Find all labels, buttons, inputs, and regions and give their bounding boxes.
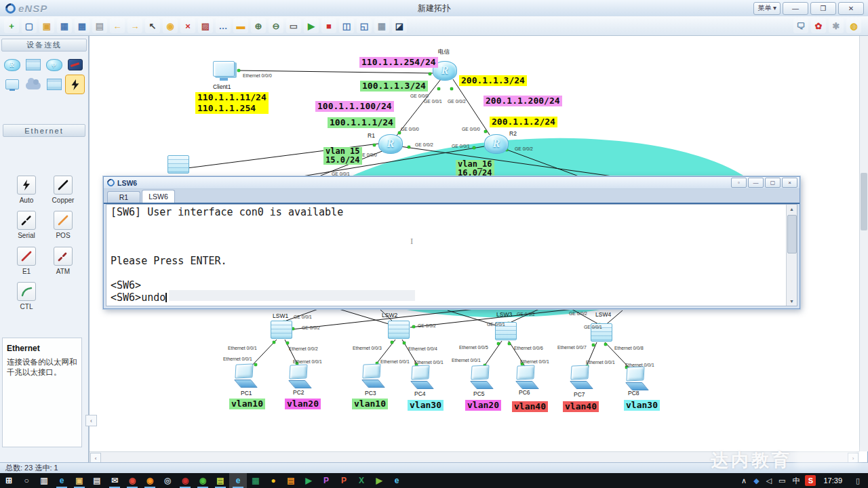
taskbar-firefox-icon[interactable]: ◉ [141,473,159,488]
toolbar-pan-icon[interactable]: ◉ [163,18,178,33]
toolbar-options-icon[interactable]: ✱ [829,18,844,33]
ip-label[interactable]: 100.1.1.1/24 [328,117,395,128]
tray-tray-network-icon[interactable]: ▭ [775,476,789,486]
toolbar-zoom-reset-icon[interactable]: ▭ [286,18,301,33]
ip-label[interactable]: 200.1.1.200/24 [484,96,562,106]
canvas-vscrollbar[interactable] [859,36,868,451]
node-SW-core[interactable] [167,155,189,174]
ip-label[interactable]: vlan10 [229,399,265,409]
ip-label[interactable]: 200.1.1.3/24 [459,75,527,86]
restore-button[interactable]: ❒ [810,2,836,15]
sidebar-collapse-button[interactable]: ‹ [85,415,97,426]
tray-ime-icon[interactable]: 中 [789,476,803,486]
ip-label[interactable]: 200.1.1.2/24 [490,117,557,127]
link-type-auto[interactable]: Auto [8,176,45,204]
toolbar-new-test-case-icon[interactable]: ▢ [22,18,37,33]
ip-label[interactable]: vlan_16 16.0/24 [456,160,494,178]
taskbar-powerpoint-icon[interactable]: P [335,473,353,488]
taskbar-ensp-2-icon[interactable]: e [388,473,406,488]
toolbar-undo-icon[interactable]: ← [110,18,125,33]
palette-terminal-icon[interactable] [3,75,21,94]
toolbar-open-icon[interactable]: ▣ [39,18,54,33]
palette-router-icon[interactable]: R [3,56,21,74]
action-center-icon[interactable]: ▯ [848,473,868,488]
toolbar-save-as-icon[interactable]: ▩ [75,18,90,33]
toolbar-forum-icon[interactable]: ✿ [811,18,826,33]
ip-label[interactable]: vlan 15 15.0/24 [323,147,362,165]
taskbar-notes-icon[interactable]: ▤ [212,473,229,488]
toolbar-delete-link-icon[interactable]: ▨ [198,18,213,33]
palette-switch-icon[interactable] [24,56,42,74]
tray-tray-shield-icon[interactable]: ◆ [750,476,762,486]
taskbar-app-dice-icon[interactable]: ◎ [159,473,176,488]
node-PC1[interactable] [233,364,258,390]
taskbar-ensp-icon[interactable]: e [229,473,247,488]
palette-wlan-icon[interactable]: ψ [45,56,63,74]
ip-label[interactable]: vlan40 [512,401,548,412]
taskbar-clock[interactable]: 17:39 [818,476,848,485]
taskbar-start-icon[interactable]: ⊞ [0,473,18,488]
node-R2[interactable]: R [484,134,509,154]
console-pin-button[interactable]: ▫ [731,178,747,188]
taskbar-store-icon[interactable]: ▤ [88,473,106,488]
console-output[interactable]: I ▲ ▼ [SW6] User interface con0 is avail… [106,204,797,306]
console-scrollbar[interactable]: ▲ ▼ [786,205,797,306]
ip-label[interactable]: 110.1.1.254/24 [359,57,438,68]
tray-tray-expand-icon[interactable]: ∧ [738,476,750,486]
tray-tray-volume-icon[interactable]: ◁ [763,476,775,486]
sogou-ime-icon[interactable]: S [805,475,816,486]
taskbar-cortana-icon[interactable]: ○ [18,473,35,488]
ip-label[interactable]: 110.1.1.11/24 110.1.1.254 [195,92,269,114]
toolbar-start-devices-icon[interactable]: ▶ [304,18,319,33]
taskbar-app-sheet-icon[interactable]: ▦ [247,473,264,488]
scrollbar-thumb[interactable] [787,215,797,253]
link-type-pos[interactable]: POS [45,211,81,239]
toolbar-stop-devices-icon[interactable]: ■ [321,18,336,33]
toolbar-delete-icon[interactable]: × [180,18,195,33]
console-title-bar[interactable]: LSW6 ▫—▢× [104,177,800,189]
toolbar-new-topology-icon[interactable]: + [4,18,19,33]
console-tab-LSW6[interactable]: LSW6 [142,190,175,203]
node-PC3[interactable] [361,364,385,390]
link-type-ctl[interactable]: CTL [8,282,45,310]
ip-label[interactable]: vlan30 [624,400,660,411]
node-PC7[interactable] [569,365,593,391]
toolbar-device-config-icon[interactable]: ◱ [357,18,372,33]
node-Client1[interactable] [213,61,237,82]
ip-label[interactable]: vlan30 [408,400,443,411]
ip-label[interactable]: vlan40 [563,401,599,412]
canvas-hscrollbar[interactable]: ‹ › [90,451,859,463]
node-PC5[interactable] [469,365,494,391]
toolbar-message-icon[interactable]: 🗨 [793,18,808,33]
toolbar-draw-shape-icon[interactable]: ▬ [233,18,248,33]
taskbar-edge-icon[interactable]: e [53,473,71,488]
link-type-serial[interactable]: Serial [8,211,45,239]
title-bar[interactable]: eNSP 新建拓扑 菜单 ▾ — ❒ ✕ [0,0,868,17]
minimize-button[interactable]: — [783,2,808,15]
scroll-down-arrow[interactable]: ▼ [787,297,797,306]
toolbar-text-box-icon[interactable]: … [216,18,231,33]
ip-label[interactable]: 100.1.1.100/24 [315,101,394,112]
palette-firewall-icon[interactable] [66,56,84,74]
ip-label[interactable]: vlan10 [352,399,388,409]
palette-frame-icon[interactable] [45,75,63,94]
taskbar-app-p1-icon[interactable]: P [317,473,335,488]
taskbar-excel-icon[interactable]: X [353,473,370,488]
menu-button[interactable]: 菜单 ▾ [753,2,781,15]
ip-label[interactable]: vlan20 [465,400,501,411]
taskbar-task-view-icon[interactable]: ▥ [35,473,53,488]
node-LSW1[interactable] [271,321,292,339]
toolbar-zoom-out-icon[interactable]: ⊖ [269,18,283,33]
taskbar-app-yellow-icon[interactable]: ● [264,473,282,488]
node-PC2[interactable] [288,365,312,390]
link-type-copper[interactable]: Copper [45,176,81,204]
toolbar-save-icon[interactable]: ▦ [57,18,72,33]
taskbar-wechat-icon[interactable]: ◉ [194,473,212,488]
taskbar-app-orange-icon[interactable]: ▤ [282,473,300,488]
node-PC4[interactable] [410,365,434,391]
taskbar-app-green-icon[interactable]: ▶ [370,473,388,488]
node-PC6[interactable] [515,365,539,391]
toolbar-help-icon[interactable]: ◍ [846,18,861,33]
taskbar-mail-icon[interactable]: ✉ [106,473,123,488]
toolbar-address-table-icon[interactable]: ▦ [374,18,389,33]
